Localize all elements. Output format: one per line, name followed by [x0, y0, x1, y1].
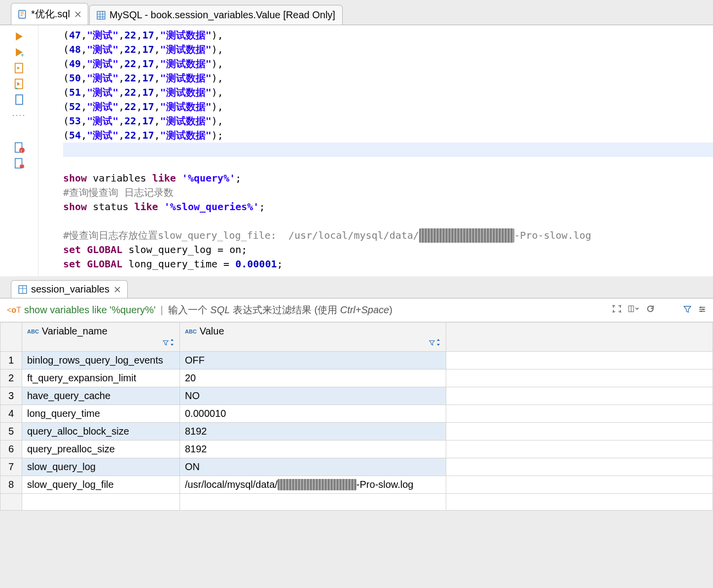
spacer-cell [446, 369, 713, 387]
svg-text:+: + [20, 52, 24, 58]
spacer-cell [446, 423, 713, 441]
table-row[interactable]: 4long_query_time0.000010 [0, 405, 713, 423]
spacer-cell [446, 387, 713, 405]
executed-query: show variables like '%query%' [24, 304, 156, 316]
settings-icon[interactable] [698, 304, 706, 316]
svg-point-13 [700, 307, 702, 308]
editor-gutter: + ···· ! [0, 25, 38, 276]
empty-cell [22, 494, 180, 511]
table-row[interactable]: 8slow_query_log_file/usr/local/mysql/dat… [0, 476, 713, 494]
table-row[interactable]: 3have_query_cacheNO [0, 387, 713, 405]
script-run-arrow-icon[interactable] [14, 78, 25, 89]
value-cell[interactable]: OFF [180, 352, 446, 369]
filter-hint[interactable]: 输入一个 SQL 表达式来过滤结果 (使用 Ctrl+Space) [168, 303, 392, 317]
result-panel: <oT show variables like '%query%' | 输入一个… [0, 298, 713, 511]
column-header-variable-name[interactable]: ABC Variable_name [22, 323, 180, 352]
sql-editor: + ···· ! (47,"测试",22,17,"测试数据"), (48,"测试… [0, 25, 713, 276]
row-number: 6 [0, 441, 22, 458]
variable-name-cell[interactable]: ft_query_expansion_limit [22, 369, 180, 387]
text-type-badge: ABC [185, 329, 197, 334]
filter-icon[interactable] [683, 304, 691, 316]
row-number: 1 [0, 352, 22, 369]
spacer-cell [446, 352, 713, 369]
value-cell[interactable]: /usr/local/mysql/data/xxxxxxxxxxxxxxxx-P… [180, 476, 446, 494]
svg-rect-0 [19, 10, 26, 18]
layout-dropdown-icon[interactable] [628, 304, 639, 316]
expand-icon[interactable] [612, 304, 621, 316]
column-spacer [446, 323, 713, 352]
value-cell[interactable]: 8192 [180, 441, 446, 458]
variable-name-cell[interactable]: binlog_rows_query_log_events [22, 352, 180, 369]
tab-session-variables[interactable]: session_variables [11, 280, 128, 298]
svg-text:!: ! [20, 148, 22, 153]
tab-sql-file[interactable]: *优化.sql [11, 3, 88, 25]
value-cell[interactable]: 0.000010 [180, 405, 446, 423]
divider: | [161, 304, 163, 316]
query-bar: <oT show variables like '%query%' | 输入一个… [0, 298, 713, 322]
warning-doc-icon[interactable]: ! [14, 142, 25, 153]
panel-tab-label: session_variables [31, 284, 109, 295]
table-row[interactable]: 6query_prealloc_size8192 [0, 441, 713, 458]
empty-cell [180, 494, 446, 511]
table-row[interactable]: 1binlog_rows_query_log_eventsOFF [0, 352, 713, 369]
table-row[interactable]: 5query_alloc_block_size8192 [0, 423, 713, 441]
variable-name-cell[interactable]: query_alloc_block_size [22, 423, 180, 441]
svg-rect-1 [97, 11, 105, 19]
svg-rect-5 [16, 95, 23, 104]
close-icon[interactable] [75, 8, 81, 20]
more-dots: ···· [12, 110, 26, 120]
row-number: 4 [0, 405, 22, 423]
svg-rect-10 [20, 165, 24, 168]
spacer-cell [446, 476, 713, 494]
run-icon[interactable] [14, 31, 25, 42]
variable-name-cell[interactable]: long_query_time [22, 405, 180, 423]
error-doc-icon[interactable] [14, 158, 25, 169]
value-cell[interactable]: 8192 [180, 423, 446, 441]
value-cell[interactable]: NO [180, 387, 446, 405]
sort-icon[interactable] [436, 337, 441, 348]
variable-name-cell[interactable]: have_query_cache [22, 387, 180, 405]
doc-icon[interactable] [14, 94, 25, 105]
row-number: 8 [0, 476, 22, 494]
sort-icon[interactable] [170, 337, 175, 348]
tab-mysql-readonly[interactable]: MySQL - book.session_variables.Value [Re… [89, 5, 343, 25]
table-icon [97, 11, 106, 20]
spacer-cell [446, 494, 713, 511]
spacer-cell [446, 441, 713, 458]
value-cell[interactable]: ON [180, 458, 446, 476]
script-run-icon[interactable] [14, 63, 25, 74]
variable-name-cell[interactable]: slow_query_log_file [22, 476, 180, 494]
variable-name-cell[interactable]: query_prealloc_size [22, 441, 180, 458]
table-row[interactable]: 2ft_query_expansion_limit20 [0, 369, 713, 387]
value-cell[interactable]: 20 [180, 369, 446, 387]
row-number: 5 [0, 423, 22, 441]
code-area[interactable]: (47,"测试",22,17,"测试数据"), (48,"测试",22,17,"… [38, 25, 713, 276]
variable-name-cell[interactable]: slow_query_log [22, 458, 180, 476]
row-number: 3 [0, 387, 22, 405]
editor-tabs: *优化.sql MySQL - book.session_variables.V… [0, 0, 713, 25]
tab-label: *优化.sql [31, 7, 70, 21]
results-grid: ABC Variable_name ABC Value 1binlog_rows… [0, 322, 713, 511]
column-header-value[interactable]: ABC Value [180, 323, 446, 352]
row-number: 7 [0, 458, 22, 476]
run-plus-icon[interactable]: + [14, 47, 25, 58]
tab-label: MySQL - book.session_variables.Value [Re… [109, 9, 335, 21]
table-row[interactable]: 7slow_query_logON [0, 458, 713, 476]
svg-point-15 [701, 311, 702, 312]
text-type-badge: ABC [27, 329, 39, 334]
corner-cell [0, 323, 22, 352]
row-number [0, 494, 22, 511]
spacer-cell [446, 458, 713, 476]
sql-statement-icon: <oT [7, 306, 21, 315]
svg-point-7 [19, 147, 25, 153]
row-number: 2 [0, 369, 22, 387]
grid-icon [18, 285, 27, 294]
result-panel-tabs: session_variables [0, 276, 713, 298]
refresh-icon[interactable] [646, 304, 655, 316]
sql-file-icon [18, 10, 27, 19]
filter-icon[interactable] [163, 337, 169, 348]
filter-icon[interactable] [429, 337, 435, 348]
spacer-cell [446, 405, 713, 423]
close-icon[interactable] [114, 284, 120, 295]
svg-point-14 [703, 309, 704, 310]
